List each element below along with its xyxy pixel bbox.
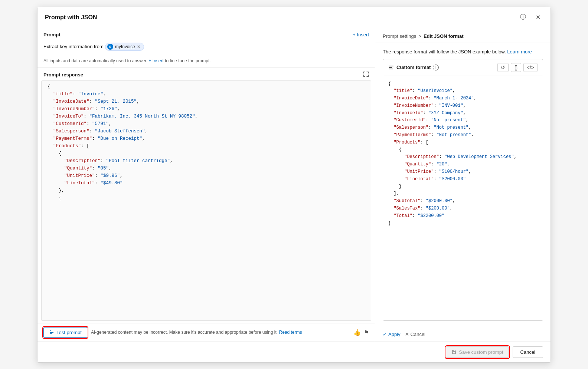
bookmark-button[interactable]: ⚑ [364,329,369,336]
footer-text: All inputs and data are automatically us… [43,58,147,63]
thumbs-up-button[interactable]: 👍 [353,329,361,336]
format-actions: ↺ {} </> [497,63,538,72]
svg-rect-7 [368,75,369,76]
rf-line-17: "SalesTax": "$200.00", [388,205,538,212]
right-body: The response format will follow the JSON… [375,43,551,327]
breadcrumb-parent: Prompt settings [383,33,416,39]
rf-line-19: } [388,220,538,227]
ai-disclaimer: AI-generated content may be incorrect. M… [91,330,350,335]
save-custom-prompt-button[interactable]: Save custom prompt [446,346,509,358]
custom-format-header: Custom format i ↺ {} </> [383,59,543,76]
dialog-body: Prompt + Insert Extract key information … [37,28,551,342]
test-icon [49,330,54,335]
svg-rect-5 [363,75,364,76]
cancel-link-label: Cancel [411,332,425,337]
json-line-12: "UnitPrice": "$9.96", [48,172,365,179]
rf-line-13: "LineTotal": "$2000.00" [388,176,538,183]
dialog-footer: Save custom prompt Cancel [37,342,551,362]
json-line-8: "Products": [ [48,142,365,150]
right-header: Prompt settings > Edit JSON format [375,28,551,43]
read-terms-link[interactable]: Read terms [279,330,302,335]
rf-line-3: "InvoiceNumber": "INV-001", [388,102,538,110]
footer-link-text: to fine tune the prompt. [165,58,210,63]
tag-icon: S [107,44,113,50]
prompt-footer: All inputs and data are automatically us… [37,55,375,67]
json-line-1: "title": "Invoice", [48,90,365,98]
rf-line-16: "Subtotal": "$2000.00", [388,198,538,205]
apply-label: Apply [388,332,401,337]
insert-icon: + [353,32,356,37]
prompt-label: Prompt [43,32,61,37]
json-line-15: { [48,194,365,202]
rf-line-18: "Total": "$2200.00" [388,212,538,220]
insert-button[interactable]: + Insert [353,32,369,37]
prompt-tag[interactable]: S myInvoice ✕ [105,43,144,51]
response-section: Prompt response [37,67,375,342]
rf-line-8: "Products": [ [388,139,538,146]
cancel-label: Cancel [520,349,535,355]
code-icon: </> [527,65,534,70]
bottom-bar: Test prompt AI-generated content may be … [37,323,375,342]
rf-line-11: "Quantity": "20", [388,161,538,168]
response-header: Prompt response [37,67,375,80]
right-footer: ✓ Apply ✕ Cancel [375,327,551,342]
rf-line-5: "CustomerId": "Not present", [388,117,538,124]
right-panel: Prompt settings > Edit JSON format The r… [375,28,551,342]
feedback-icons: 👍 ⚑ [353,329,369,336]
prompt-section: Prompt + Insert Extract key information … [37,28,375,67]
breadcrumb-separator: > [418,33,421,39]
help-button[interactable]: ⓘ [518,12,528,23]
json-line-11: "Quantity": "05", [48,165,365,172]
response-label: Prompt response [43,72,83,78]
cancel-button[interactable]: Cancel [513,346,543,358]
footer-insert-link[interactable]: + Insert [149,58,164,63]
header-icons: ⓘ ✕ [518,12,543,23]
braces-button[interactable]: {} [511,63,521,72]
rf-line-2: "InvoiceDate": "March 1, 2024", [388,95,538,102]
expand-button[interactable] [363,71,369,78]
apply-button[interactable]: ✓ Apply [383,332,401,337]
info-icon[interactable]: i [433,65,439,70]
rf-line-15: ], [388,190,538,198]
rf-line-14: } [388,183,538,191]
custom-format-body[interactable]: { "title": "UserInvoice", "InvoiceDate":… [383,76,543,320]
test-prompt-button[interactable]: Test prompt [43,327,87,338]
format-icon [388,65,394,70]
checkmark-icon: ✓ [383,332,387,337]
close-button[interactable]: ✕ [533,12,543,23]
description: The response format will follow the JSON… [383,49,543,55]
custom-format-card: Custom format i ↺ {} </> [383,59,543,321]
learn-more-link[interactable]: Learn more [507,49,532,55]
prompt-text-before: Extract key information from [43,44,104,49]
code-button[interactable]: </> [523,63,538,72]
prompt-section-header: Prompt + Insert [37,28,375,40]
json-line-0: { [48,83,365,90]
rf-line-0: { [388,80,538,88]
reset-button[interactable]: ↺ [497,63,509,72]
save-icon [451,349,457,355]
rf-line-12: "UnitPrice": "$100/hour", [388,168,538,176]
tag-name: myInvoice [115,44,135,49]
test-prompt-label: Test prompt [56,330,82,335]
dialog-title: Prompt with JSON [45,14,97,21]
json-line-9: { [48,150,365,157]
save-label: Save custom prompt [459,349,503,355]
rf-line-1: "title": "UserInvoice", [388,88,538,95]
svg-rect-1 [363,72,364,73]
rf-line-6: "Salesperson": "Not present", [388,124,538,132]
dialog-header: Prompt with JSON ⓘ ✕ [37,7,551,28]
dialog-container: Prompt with JSON ⓘ ✕ Prompt + Insert [37,7,551,363]
insert-label: Insert [357,32,369,37]
breadcrumb-current: Edit JSON format [424,33,464,39]
close-icon: ✕ [536,14,540,21]
rf-line-10: "Description": "Web Development Services… [388,154,538,161]
json-line-10: "Description": "Pool filter cartridge", [48,157,365,165]
json-line-2: "InvoiceDate": "Sept 21, 2015", [48,98,365,105]
json-line-4: "InvoiceTo": "Fabrikam, Inc. 345 North S… [48,113,365,120]
tag-remove-button[interactable]: ✕ [137,45,141,49]
x-icon: ✕ [405,332,409,337]
cancel-link-button[interactable]: ✕ Cancel [405,332,425,337]
rf-line-4: "InvoiceTo": "XYZ Company", [388,110,538,117]
response-body[interactable]: { "title": "Invoice", "InvoiceDate": "Se… [41,80,371,321]
json-line-3: "InvoiceNumber": "1726", [48,105,365,113]
